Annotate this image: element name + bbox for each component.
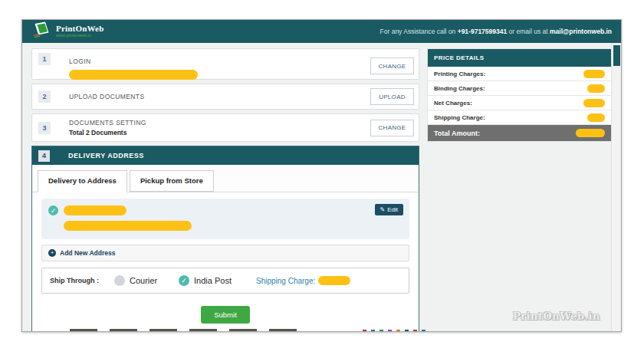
brand-tagline: www.printonweb.in [56,34,104,38]
edit-address-button[interactable]: ✎ Edit [375,204,404,215]
step-login-card: 1 LOGIN CHANGE [31,48,419,80]
delivery-tabs: Delivery to Address Pickup from Store [32,165,419,192]
page-watermark: PrintOnWeb.in [513,310,600,322]
redacted-total-value [576,129,605,137]
price-row-shipping: Shipping Charge: [428,110,611,125]
redacted-price-value [587,84,605,93]
step-upload-card: 2 UPLOAD DOCUMENTS UPLOAD [31,84,419,110]
india-post-option-label: India Post [194,276,232,285]
delivery-address-panel: 4 DELIVERY ADDRESS Delivery to Address P… [31,146,419,332]
step-number-badge: 1 [38,53,51,65]
redacted-address-name [64,205,127,215]
assist-prefix: For any Assistance call on [380,28,456,35]
redacted-login-value [69,70,198,80]
brand[interactable]: PrintOnWeb www.printonweb.in [32,21,104,41]
step-number-badge: 2 [38,90,51,103]
assist-email: mail@printonweb.in [550,28,612,35]
step-login-label: LOGIN [69,58,90,65]
step-number-badge: 4 [38,150,50,162]
price-row-binding: Binding Charges: [428,81,611,96]
price-row-label: Binding Charges: [434,85,485,92]
radio-india-post[interactable]: ✓ [179,275,189,286]
redacted-shipping-charge [318,276,350,285]
add-new-address-button[interactable]: + Add New Address [41,245,409,261]
submit-button[interactable]: Submit [201,306,250,324]
step-settings-card: 3 DOCUMENTS SETTING Total 2 Documents CH… [31,113,419,142]
cut-off-footer-icons [363,330,426,332]
step-settings-label: DOCUMENTS SETTING [69,119,146,127]
delivery-tab-content: ✓ ✎ Edit + Add New Address [32,192,419,332]
shipping-charge-label: Shipping Charge: [256,277,315,285]
redacted-price-value [583,70,605,78]
upload-button[interactable]: UPLOAD [370,88,414,105]
redacted-address-detail [64,221,192,231]
step-upload-label: UPLOAD DOCUMENTS [69,93,145,100]
printonweb-logo-icon [32,21,52,41]
delivery-panel-title: DELIVERY ADDRESS [68,152,144,159]
selected-address-card: ✓ ✎ Edit [41,199,409,239]
browser-window: PrintOnWeb www.printonweb.in For any Ass… [21,19,622,332]
step-number-badge: 3 [38,122,51,134]
documents-count: Total 2 Documents [69,129,146,136]
brand-name: PrintOnWeb [56,25,104,33]
price-row-label: Net Charges: [434,100,472,107]
cut-off-footer [22,329,611,332]
tab-delivery-to-address[interactable]: Delivery to Address [38,170,127,192]
radio-courier[interactable] [114,275,125,286]
assist-phone: +91-9717599341 [458,28,508,35]
price-details-title: PRICE DETAILS [428,49,611,67]
price-row-total: Total Amount: [428,125,611,141]
main-content: 1 LOGIN CHANGE 2 UPLOAD DOCUMENTS UPLOAD… [22,43,621,332]
price-row-net: Net Charges: [428,96,611,110]
redacted-price-value [587,113,605,122]
scrollbar-thumb[interactable] [613,45,620,66]
price-details-panel: PRICE DETAILS Printing Charges: Binding … [427,48,612,142]
delivery-panel-header: 4 DELIVERY ADDRESS [32,146,419,165]
address-selected-check-icon: ✓ [48,205,58,215]
total-amount-label: Total Amount: [434,130,480,137]
checkout-steps: 1 LOGIN CHANGE 2 UPLOAD DOCUMENTS UPLOAD… [31,48,419,332]
plus-circle-icon: + [48,249,56,257]
price-row-label: Shipping Charge: [434,114,485,121]
redacted-price-value [583,99,605,107]
login-change-button[interactable]: CHANGE [370,58,414,74]
price-row-label: Printing Charges: [434,71,485,77]
tab-pickup-from-store[interactable]: Pickup from Store [130,170,214,192]
ship-through-row: Ship Through : Courier ✓ India Post Ship… [41,268,409,294]
price-row-printing: Printing Charges: [428,67,611,81]
edit-icon: ✎ [380,206,386,213]
assistance-text: For any Assistance call on +91-971759934… [380,28,612,35]
settings-change-button[interactable]: CHANGE [370,120,414,136]
courier-option-label: Courier [130,276,157,285]
ship-through-label: Ship Through : [50,277,99,284]
add-new-address-label: Add New Address [60,249,115,257]
site-header: PrintOnWeb www.printonweb.in For any Ass… [22,20,621,43]
assist-mid: or email us at [509,28,548,35]
vertical-scrollbar[interactable] [611,43,621,332]
edit-button-label: Edit [387,206,398,213]
